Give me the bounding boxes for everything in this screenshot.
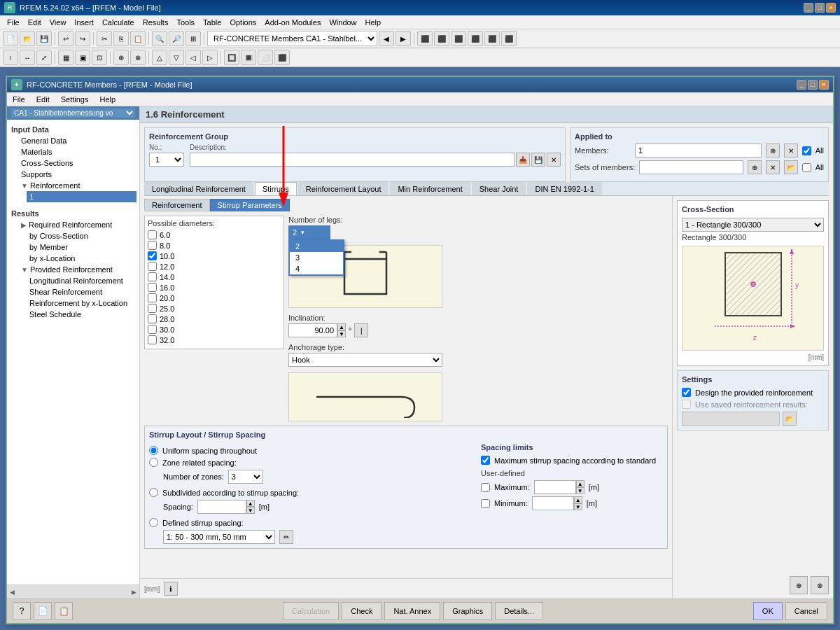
max-user-check[interactable] [481,483,490,492]
module-menu-file[interactable]: File [7,92,31,106]
sets-select-btn[interactable]: ⊕ [748,160,762,174]
sets-load-btn[interactable]: 📂 [784,160,798,174]
tb-redo[interactable]: ↪ [75,31,90,46]
tb2-10[interactable]: ▽ [169,50,184,65]
case-dropdown[interactable]: CA1 - Stahlbetonbemessung vo [11,108,135,118]
sidebar-item-general[interactable]: General Data [18,135,136,146]
menu-help[interactable]: Help [361,17,386,28]
tb2-12[interactable]: ▷ [202,50,218,65]
diam-cb-10[interactable] [148,251,157,260]
legs-option-2[interactable]: 2 [290,241,343,252]
anchorage-select[interactable]: Hook Bend Straight [288,353,442,367]
module-menu-help[interactable]: Help [94,92,121,106]
tb2-11[interactable]: ◁ [186,50,201,65]
sidebar-item-steel-sched[interactable]: Steel Schedule [27,309,136,320]
menu-view[interactable]: View [46,17,71,28]
details-button[interactable]: Details... [495,602,543,620]
tb2-7[interactable]: ⊕ [113,50,129,65]
members-select-btn[interactable]: ⊕ [766,144,780,158]
diam-cb-6[interactable] [148,230,157,239]
tb2-9[interactable]: △ [152,50,167,65]
mm-info-btn[interactable]: ℹ [164,582,178,596]
desc-btn3[interactable]: ✕ [547,153,561,167]
sidebar-item-cross-sections[interactable]: Cross-Sections [18,158,136,169]
tb-r3[interactable]: ⬛ [451,31,466,46]
diam-cb-30[interactable] [148,325,157,334]
max-std-check[interactable] [481,456,490,465]
tb-save[interactable]: 💾 [36,31,52,46]
module-minimize[interactable]: _ [797,80,806,90]
tb-r1[interactable]: ⬛ [417,31,433,46]
sets-input[interactable] [639,160,743,174]
menu-table[interactable]: Table [199,17,225,28]
menu-options[interactable]: Options [225,17,260,28]
sidebar-item-reinf-xloc[interactable]: Reinforcement by x-Location [27,298,136,309]
sets-clear-btn[interactable]: ✕ [766,160,780,174]
sidebar-item-provided[interactable]: ▼ Provided Reinforcement [18,264,136,275]
menu-calculate[interactable]: Calculate [98,17,139,28]
menu-addons[interactable]: Add-on Modules [260,17,325,28]
members-clear-btn[interactable]: ✕ [784,144,798,158]
check-button[interactable]: Check [342,602,382,620]
menu-edit[interactable]: Edit [24,17,46,28]
close-button[interactable]: ✕ [826,3,836,13]
no-select[interactable]: 1 [149,153,184,167]
tb2-6[interactable]: ⊡ [92,50,107,65]
module-maximize[interactable]: □ [808,80,818,90]
sidebar-item-long-reinf[interactable]: Longitudinal Reinforcement [27,275,136,286]
tb-r4[interactable]: ⬛ [468,31,483,46]
spacing-input[interactable] [197,500,246,514]
tb-undo[interactable]: ↩ [58,31,74,46]
menu-file[interactable]: File [3,17,24,28]
nat-annex-button[interactable]: Nat. Annex [384,602,440,620]
tb2-2[interactable]: ↔ [20,50,35,65]
sidebar-item-by-member[interactable]: by Member [27,241,136,253]
cancel-button[interactable]: Cancel [785,602,827,620]
diam-cb-32[interactable] [148,335,157,344]
min-user-check[interactable] [481,499,490,508]
design-check[interactable] [682,388,691,397]
sidebar-item-supports[interactable]: Supports [18,169,136,180]
zones-select[interactable]: 3 2 4 5 [228,470,263,484]
tb-zoom-out[interactable]: 🔎 [169,31,184,46]
diam-cb-8[interactable] [148,241,157,250]
max-user-input[interactable] [534,480,576,494]
sets-all-check[interactable] [802,163,811,172]
min-user-input[interactable] [532,496,574,510]
tb-new[interactable]: 📄 [3,31,18,46]
radio-uniform-btn[interactable] [149,446,158,455]
diam-cb-25[interactable] [148,304,157,313]
tb2-1[interactable]: ↕ [3,50,18,65]
module-menu-settings[interactable]: Settings [55,92,94,106]
sidebar-item-by-cross[interactable]: by Cross-Section [27,230,136,241]
menu-results[interactable]: Results [139,17,173,28]
angle-down[interactable]: ▼ [337,330,346,337]
sidebar-item-shear-reinf[interactable]: Shear Reinforcement [27,286,136,298]
tb-fit[interactable]: ⊞ [186,31,201,46]
tb-cut[interactable]: ✂ [97,31,112,46]
members-input[interactable] [635,144,762,158]
legs-option-4[interactable]: 4 [290,263,343,274]
title-bar-controls[interactable]: _ □ ✕ [804,3,836,13]
defined-select[interactable]: 1: 50 - 300 mm, 50 mm [163,530,275,544]
right-btn1[interactable]: ⊕ [790,576,808,594]
tb2-14[interactable]: 🔳 [241,50,256,65]
tb-prev[interactable]: ◀ [379,31,394,46]
min-down[interactable]: ▼ [574,503,582,510]
tb-next[interactable]: ▶ [396,31,411,46]
sidebar-item-reinforcement-1[interactable]: 1 [27,191,136,202]
graphics-button[interactable]: Graphics [443,602,492,620]
desc-btn2[interactable]: 💾 [531,153,545,167]
tb2-16[interactable]: ⬛ [274,50,290,65]
sidebar-item-by-xlocation[interactable]: by x-Location [27,253,136,264]
diam-cb-28[interactable] [148,314,157,323]
tb-r5[interactable]: ⬛ [484,31,500,46]
ok-button[interactable]: OK [753,602,783,620]
menu-insert[interactable]: Insert [70,17,98,28]
menu-window[interactable]: Window [325,17,360,28]
footer-icon-2[interactable]: 📄 [34,602,52,620]
max-down[interactable]: ▼ [576,487,584,494]
tab-layout[interactable]: Reinforcement Layout [298,182,389,195]
diam-cb-12[interactable] [148,262,157,271]
cs-select[interactable]: 1 - Rectangle 300/300 [682,218,824,232]
